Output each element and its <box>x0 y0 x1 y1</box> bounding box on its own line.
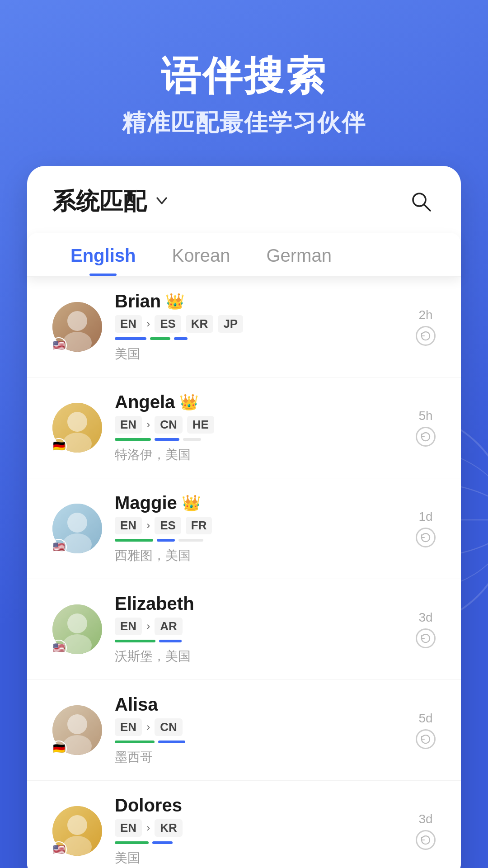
native-lang-tag: EN <box>115 416 142 434</box>
refresh-icon[interactable] <box>416 528 436 547</box>
learn-tag: ES <box>155 315 181 333</box>
learn-tag: HE <box>187 416 214 434</box>
time-column: 5h <box>416 409 436 447</box>
crown-icon: 👑 <box>165 292 184 310</box>
native-lang-tag: EN <box>115 315 142 333</box>
arrow-right-icon: › <box>146 721 150 733</box>
learn-tag: FR <box>186 517 212 534</box>
tab-english[interactable]: English <box>52 233 154 276</box>
user-name-row: Angela 👑 <box>115 392 403 412</box>
main-card: 系统匹配 English Korean German <box>27 166 461 868</box>
lang-bar <box>174 337 188 340</box>
time-column: 1d <box>416 509 436 547</box>
lang-bars <box>115 539 403 542</box>
time-text: 3d <box>418 812 432 826</box>
user-info: Angela 👑 EN › CNHE 特洛伊，美国 <box>115 392 403 463</box>
refresh-icon[interactable] <box>416 830 436 850</box>
svg-point-27 <box>67 714 87 734</box>
list-item[interactable]: 🇩🇪 Alisa EN › CN 墨西哥 5d <box>27 680 461 781</box>
user-name: Dolores <box>115 795 182 816</box>
learn-tag: JP <box>218 315 243 333</box>
time-text: 1d <box>418 509 432 524</box>
flag-badge: 🇺🇸 <box>51 337 67 354</box>
lang-tags: EN › ESKRJP <box>115 315 403 333</box>
lang-bars <box>115 337 403 340</box>
learn-tag: CN <box>155 416 183 434</box>
lang-bar <box>115 741 155 743</box>
user-list: 🇺🇸 Brian 👑 EN › ESKRJP 美国 2h <box>27 277 461 868</box>
lang-tags: EN › CNHE <box>115 416 403 434</box>
user-location: 美国 <box>115 345 403 363</box>
lang-bar <box>183 438 201 441</box>
arrow-right-icon: › <box>146 620 150 632</box>
user-location: 沃斯堡，美国 <box>115 648 403 665</box>
search-icon <box>409 190 433 213</box>
learn-tag: AR <box>155 618 183 635</box>
refresh-icon[interactable] <box>416 628 436 648</box>
time-column: 3d <box>416 812 436 850</box>
svg-point-31 <box>67 815 87 835</box>
list-item[interactable]: 🇺🇸 Maggie 👑 EN › ESFR 西雅图，美国 1d <box>27 478 461 579</box>
page-header: 语伴搜索 精准匹配最佳学习伙伴 <box>0 0 488 166</box>
lang-bar <box>155 438 179 441</box>
time-text: 2h <box>418 308 432 322</box>
time-column: 5d <box>416 711 436 749</box>
lang-bars <box>115 640 403 642</box>
user-info: Alisa EN › CN 墨西哥 <box>115 694 403 766</box>
list-item[interactable]: 🇺🇸 Elizabeth EN › AR 沃斯堡，美国 3d <box>27 579 461 680</box>
match-selector[interactable]: 系统匹配 <box>52 186 170 217</box>
user-name: Maggie <box>115 493 177 513</box>
lang-tags: EN › AR <box>115 618 403 635</box>
svg-line-7 <box>424 204 430 211</box>
user-name: Angela <box>115 392 175 412</box>
avatar-wrapper: 🇩🇪 <box>52 403 102 453</box>
avatar-wrapper: 🇺🇸 <box>52 504 102 553</box>
lang-tags: EN › CN <box>115 718 403 736</box>
avatar-wrapper: 🇺🇸 <box>52 806 102 856</box>
arrow-right-icon: › <box>146 519 150 532</box>
flag-badge: 🇺🇸 <box>51 640 67 656</box>
list-item[interactable]: 🇺🇸 Dolores EN › KR 美国 3d <box>27 781 461 868</box>
user-location: 特洛伊，美国 <box>115 446 403 463</box>
user-info: Elizabeth EN › AR 沃斯堡，美国 <box>115 594 403 665</box>
svg-point-19 <box>67 513 87 533</box>
lang-bars <box>115 741 403 743</box>
page-title: 语伴搜索 <box>0 54 488 98</box>
arrow-right-icon: › <box>146 821 150 834</box>
crown-icon: 👑 <box>182 494 201 512</box>
learn-tag: KR <box>186 315 214 333</box>
svg-point-23 <box>67 613 87 633</box>
page-subtitle: 精准匹配最佳学习伙伴 <box>0 107 488 139</box>
user-location: 美国 <box>115 849 403 867</box>
arrow-right-icon: › <box>146 418 150 431</box>
flag-badge: 🇩🇪 <box>51 741 67 757</box>
search-button[interactable] <box>407 187 436 216</box>
lang-tags: EN › KR <box>115 819 403 837</box>
refresh-icon[interactable] <box>416 427 436 447</box>
list-item[interactable]: 🇺🇸 Brian 👑 EN › ESKRJP 美国 2h <box>27 277 461 377</box>
tab-korean[interactable]: Korean <box>154 233 248 276</box>
learn-tag: ES <box>155 517 181 534</box>
flag-badge: 🇺🇸 <box>51 841 67 858</box>
refresh-icon[interactable] <box>416 729 436 749</box>
user-name: Elizabeth <box>115 594 194 614</box>
flag-badge: 🇺🇸 <box>51 539 67 555</box>
user-name: Alisa <box>115 694 158 715</box>
lang-tags: EN › ESFR <box>115 517 403 534</box>
refresh-icon[interactable] <box>416 326 436 346</box>
user-location: 墨西哥 <box>115 749 403 766</box>
user-location: 西雅图，美国 <box>115 547 403 564</box>
user-name-row: Dolores <box>115 795 403 816</box>
list-item[interactable]: 🇩🇪 Angela 👑 EN › CNHE 特洛伊，美国 5h <box>27 377 461 478</box>
user-info: Dolores EN › KR 美国 <box>115 795 403 867</box>
tab-german[interactable]: German <box>248 233 350 276</box>
avatar-wrapper: 🇺🇸 <box>52 604 102 654</box>
native-lang-tag: EN <box>115 819 142 837</box>
card-top-bar: 系统匹配 <box>27 166 461 231</box>
time-column: 3d <box>416 610 436 648</box>
time-text: 5d <box>418 711 432 726</box>
learn-tag: CN <box>155 718 183 736</box>
native-lang-tag: EN <box>115 718 142 736</box>
avatar-wrapper: 🇩🇪 <box>52 705 102 755</box>
lang-bar <box>159 640 182 642</box>
